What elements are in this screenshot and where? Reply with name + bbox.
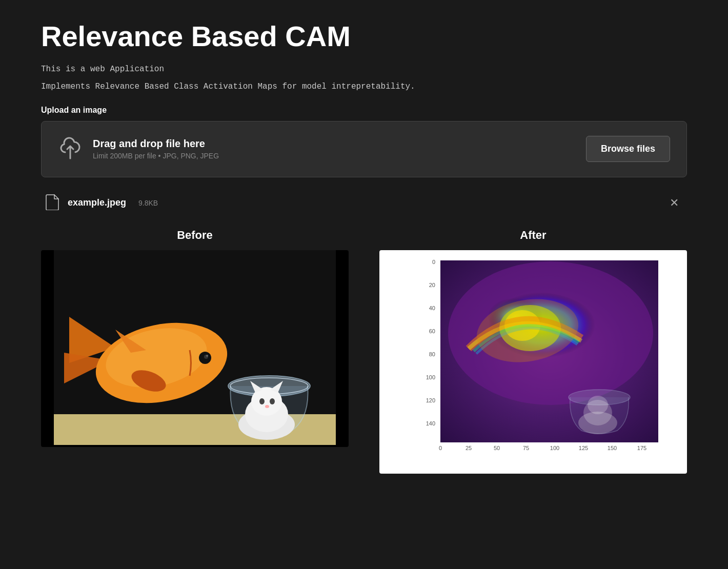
- svg-text:40: 40: [429, 305, 435, 311]
- file-item: example.jpeg 9.8KB ✕: [41, 188, 687, 218]
- svg-text:120: 120: [426, 397, 435, 403]
- images-section: Before: [41, 229, 687, 474]
- before-label: Before: [177, 229, 213, 242]
- after-image-container: 0 20 40 60 80 100 120 140 0 25 50 75 100…: [379, 250, 687, 474]
- svg-point-10: [206, 355, 208, 357]
- file-size: 9.8KB: [138, 199, 158, 207]
- svg-text:75: 75: [523, 445, 529, 451]
- svg-text:125: 125: [579, 445, 588, 451]
- file-remove-button[interactable]: ✕: [665, 195, 683, 211]
- upload-label: Upload an image: [41, 106, 687, 115]
- before-image-column: Before: [41, 229, 349, 474]
- svg-point-33: [588, 396, 608, 414]
- page-title: Relevance Based CAM: [41, 21, 687, 52]
- upload-cloud-icon: [58, 136, 83, 162]
- svg-text:0: 0: [432, 259, 435, 265]
- svg-text:80: 80: [429, 351, 435, 357]
- subtitle-2: Implements Relevance Based Class Activat…: [41, 82, 687, 91]
- upload-dropzone[interactable]: Drag and drop file here Limit 200MB per …: [41, 121, 687, 177]
- svg-text:175: 175: [637, 445, 646, 451]
- file-name: example.jpeg: [68, 197, 126, 208]
- after-image: 0 20 40 60 80 100 120 140 0 25 50 75 100…: [400, 256, 681, 461]
- upload-limit-text: Limit 200MB per file • JPG, PNG, JPEG: [93, 152, 219, 160]
- svg-point-18: [259, 398, 265, 404]
- svg-text:50: 50: [494, 445, 500, 451]
- before-image-container: [41, 250, 349, 447]
- svg-text:0: 0: [439, 445, 442, 451]
- upload-text-block: Drag and drop file here Limit 200MB per …: [93, 138, 219, 160]
- before-image: [41, 250, 349, 445]
- svg-text:60: 60: [429, 328, 435, 334]
- file-icon: [45, 194, 59, 212]
- upload-left-content: Drag and drop file here Limit 200MB per …: [58, 136, 219, 162]
- browse-files-button[interactable]: Browse files: [586, 136, 670, 162]
- svg-point-19: [270, 398, 275, 404]
- svg-text:20: 20: [429, 282, 435, 288]
- drag-drop-text: Drag and drop file here: [93, 138, 219, 150]
- svg-text:100: 100: [426, 374, 435, 380]
- svg-text:150: 150: [608, 445, 617, 451]
- subtitle-1: This is a web Application: [41, 65, 687, 74]
- after-label: After: [520, 229, 546, 242]
- svg-text:140: 140: [426, 420, 435, 426]
- after-image-column: After: [379, 229, 687, 474]
- svg-text:25: 25: [466, 445, 472, 451]
- svg-point-20: [265, 405, 269, 408]
- svg-text:100: 100: [550, 445, 559, 451]
